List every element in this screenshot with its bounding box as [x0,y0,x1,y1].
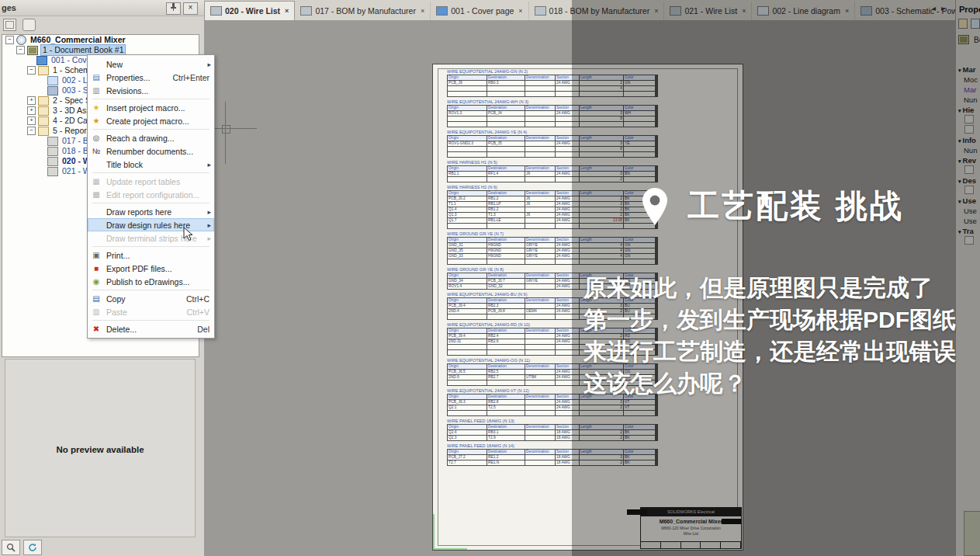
menu-item-label: Draw design rules here [106,221,210,230]
paste-icon: ▥ [91,308,102,317]
menu-separator [92,129,210,130]
wire-cell [525,141,555,146]
publish-edrawings-icon: ◉ [91,277,102,287]
collapse-icon[interactable]: − [5,36,14,44]
folder-icon [38,66,49,75]
menu-item[interactable]: ▤Properties...Ctrl+Enter [88,71,214,84]
menu-item-label: Renumber documents... [106,147,210,156]
wire-cell [525,460,555,465]
tab-close-icon[interactable]: × [285,7,289,15]
menu-item[interactable]: ▣Print... [88,248,214,262]
column-header: Destination [487,238,525,242]
menu-item[interactable]: Draw design rules here▸ [88,218,214,231]
refresh-preview-icon[interactable] [23,540,42,555]
report-doc-icon [535,6,546,16]
submenu-arrow-icon: ▸ [207,235,211,242]
menu-item[interactable]: ★Insert project macro... [88,101,214,114]
wire-cell: GND_31 [448,243,487,248]
collapse-icon[interactable]: − [16,46,25,54]
wire-cell [448,350,487,355]
column-header: Denomination [525,273,555,278]
column-header: Denomination [525,394,555,399]
menu-item[interactable]: ✖Delete...Del [88,322,214,335]
page-scope-icon[interactable] [3,19,16,31]
menu-item-label: Print... [106,251,210,260]
pages-panel-titlebar: ges × [0,0,204,16]
frame-scope-icon[interactable] [23,19,36,31]
menu-item[interactable]: ◉Publish to eDrawings... [88,275,214,288]
wire-cell: T2.5 [487,405,525,410]
wire-cell [525,224,555,228]
wire-cell [487,350,525,355]
menu-separator [92,203,210,203]
tab-label: 001 - Cover page [451,6,514,16]
menu-shortcut: Ctrl+V [187,308,210,317]
wire-cell: H9GND [487,254,525,259]
wire-cell: GND_33 [448,254,487,259]
menu-item[interactable]: ▤CopyCtrl+C [88,292,214,305]
menu-item-label: Publish to eDrawings... [106,277,210,287]
menu-item[interactable]: Draw reports here▸ [88,205,214,218]
wire-cell: PCB_J0.7 [487,279,525,283]
wire-cell: RB1.2 [487,196,525,201]
column-header: Origin [448,450,487,454]
column-header: Denomination [525,75,555,80]
wire-cell: PCB_J9.8 [487,309,525,314]
wire-cell: J6 [525,196,555,201]
collapse-icon[interactable]: − [27,127,36,135]
wire-cell [525,218,555,223]
menu-item[interactable]: ▥Revisions... [88,84,214,97]
tab-close-icon[interactable]: × [518,7,522,15]
close-panel-icon[interactable]: × [183,2,198,15]
pin-panel-icon[interactable] [166,2,181,15]
tab-020-wire-list[interactable]: 020 - Wire List× [204,1,295,20]
column-header: Origin [448,75,487,80]
menu-item: ▦Update report tables [88,175,214,188]
wire-cell [525,116,555,121]
wire-cell: RB1.LP [487,202,525,207]
wire-cell [448,122,487,127]
wire-cell [448,259,487,264]
menu-item-label: Create project macro... [106,116,210,126]
reach-drawing-icon: ◎ [91,134,102,143]
expand-icon[interactable]: + [27,116,36,125]
menu-item[interactable]: Title block▸ [88,158,214,171]
collapse-icon[interactable]: − [27,66,36,75]
wire-cell [525,177,555,182]
column-header: Origin [448,136,487,141]
column-header: Denomination [525,191,555,196]
menu-item[interactable]: ★Create project macro... [88,114,214,127]
menu-item-label: Paste [106,308,181,317]
wire-cell: ROV1.4 [448,284,487,289]
wire-cell [525,92,555,96]
menu-item[interactable]: ■Export PDF files... [88,262,214,275]
wire-cell [487,381,525,385]
edit-report-config-icon: ▩ [91,190,102,200]
wire-cell: Q1.4 [448,207,487,212]
export-pdf-icon: ■ [91,264,102,273]
menu-item-label: Edit report configuration... [106,190,210,200]
project-icon [16,35,26,45]
wire-cell: PCB_J6.5 [448,370,487,374]
expand-icon[interactable]: + [27,106,36,115]
menu-item[interactable]: ◎Reach a drawing... [88,131,214,144]
wire-cell: T2.7 [448,460,487,465]
menu-item[interactable]: №Renumber documents... [88,144,214,158]
wire-cell: RB0.3 [487,81,525,85]
menu-item[interactable]: New▸ [88,57,214,71]
wire-cell: J6 [525,172,555,176]
menu-item-label: Export PDF files... [106,264,210,273]
column-header: Denomination [525,328,555,333]
wire-cell [487,152,525,157]
tab-close-icon[interactable]: × [421,7,424,15]
create-macro-icon: ★ [91,116,102,126]
submenu-arrow-icon: ▸ [207,161,211,169]
zoom-preview-icon[interactable] [2,540,20,555]
tab-001-cover-page[interactable]: 001 - Cover page× [431,2,528,20]
mouse-pointer [183,227,194,244]
menu-item-label: Reach a drawing... [106,134,210,143]
expand-icon[interactable]: + [27,96,36,105]
tab-017-bom-by-manufacturer[interactable]: 017 - BOM by Manufacturer× [295,2,431,20]
wire-cell: GND_34 [448,279,487,283]
menu-item-label: Update report tables [106,177,210,186]
